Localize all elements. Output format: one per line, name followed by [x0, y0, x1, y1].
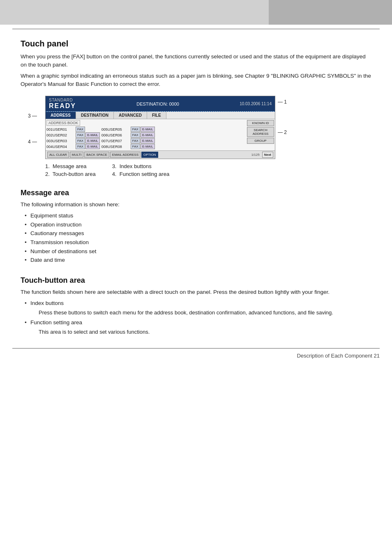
all-clear-button[interactable]: ALL CLEAR: [47, 152, 69, 158]
sub-bullet-function-setting: This area is to select and set various f…: [39, 328, 371, 336]
panel-tabs: ADDRESS DESTINATION ADVANCED FILE: [46, 112, 275, 119]
footer-text: Description of Each Component 21: [297, 353, 380, 359]
user-04-email[interactable]: E-MAIL: [85, 144, 100, 149]
user-08-email[interactable]: E-MAIL: [141, 144, 155, 149]
panel-body: ADDRESS BOOK 001USER01 FAX E-MAIL 002USE…: [46, 119, 275, 150]
touch-panel-heading: Touch panel: [21, 39, 371, 48]
touch-panel-body-1: When you press the [FAX] button on the c…: [21, 53, 371, 69]
bottom-rule: [12, 348, 380, 349]
note-2: 2. Touch-button area: [45, 171, 96, 177]
user-07-email[interactable]: E-MAIL: [141, 138, 155, 143]
tab-address[interactable]: ADDRESS: [46, 112, 76, 119]
address-book-label: ADDRESS BOOK: [46, 120, 80, 126]
back-space-button[interactable]: BACK SPACE: [84, 152, 109, 158]
panel-row-user02: 002USER02 FAX E-MAIL: [46, 132, 100, 138]
note-4: 4. Function setting area: [112, 171, 169, 177]
top-bar-accent: [269, 0, 392, 25]
panel-message-area: STANDARD READY DESTINATION: 0000 10.03.2…: [46, 96, 275, 111]
sub-bullet-index-buttons: Press these buttons to switch each menu …: [39, 309, 371, 317]
user-02-email[interactable]: E-MAIL: [85, 132, 100, 138]
page-number: 1/125: [251, 153, 260, 157]
label-1: — 1: [278, 99, 287, 105]
user-03-name: 003USER03: [46, 139, 75, 143]
tab-destination[interactable]: DESTINATION: [76, 112, 114, 119]
panel-address-book: ADDRESS BOOK 001USER01 FAX E-MAIL 002USE…: [46, 119, 246, 150]
search-address-button[interactable]: SEARCH ADDRESS: [247, 127, 274, 137]
panel-right-sidebar: KNOWN ID SEARCH ADDRESS GROUP: [246, 119, 275, 150]
user-01-fax[interactable]: FAX: [76, 127, 85, 132]
panel-users-right: 005USER05 FAX E-MAIL 006USER06 FAX E-MAI…: [101, 127, 155, 150]
diagram-notes: 1. Message area 2. Touch-button area 3. …: [45, 163, 371, 177]
user-05-fax[interactable]: FAX: [131, 127, 140, 132]
user-04-fax[interactable]: FAX: [76, 144, 85, 149]
user-02-name: 002USER02: [46, 133, 75, 137]
panel-row-user01: 001USER01 FAX E-MAIL: [46, 127, 100, 132]
panel-ready: READY: [49, 102, 76, 110]
top-bar: [0, 0, 392, 25]
user-01-name: 001USER01: [46, 127, 75, 132]
multi-button[interactable]: MULTI: [70, 152, 83, 158]
user-05-name: 005USER05: [101, 127, 130, 132]
panel-status: STANDARD: [49, 98, 76, 102]
panel-row-user08: 008USER08 FAX E-MAIL: [101, 144, 155, 149]
note-1: 1. Message area: [45, 163, 96, 169]
panel-datetime: 10.03.2006 11:14: [240, 102, 272, 106]
email-address-button[interactable]: EMAIL ADDRESS: [110, 152, 141, 158]
panel-diagram: STANDARD READY DESTINATION: 0000 10.03.2…: [45, 96, 275, 159]
panel-users: 001USER01 FAX E-MAIL 002USER02 FAX E-MAI…: [46, 127, 245, 150]
user-03-fax[interactable]: FAX: [76, 138, 85, 143]
bullet-transmission-resolution: Transmission resolution: [25, 238, 371, 247]
touch-button-area-heading: Touch-button area: [21, 276, 371, 285]
note-3: 3. Index buttons: [112, 163, 169, 169]
label-1-num: — 1: [278, 99, 287, 105]
panel-diagram-wrapper: 3 — 4 — — 1 — 2 STANDARD READY DESTINATI…: [45, 96, 275, 159]
diagram-notes-col-left: 1. Message area 2. Touch-button area: [45, 163, 96, 177]
panel-row-user03: 003USER03 FAX E-MAIL: [46, 138, 100, 143]
label-3: 3 —: [28, 113, 37, 119]
user-02-fax[interactable]: FAX: [76, 132, 85, 138]
bullet-cautionary-messages: Cautionary messages: [25, 229, 371, 238]
touch-button-bullets: Index buttons Press these buttons to swi…: [25, 299, 371, 336]
known-id-button[interactable]: KNOWN ID: [247, 120, 274, 126]
option-button[interactable]: OPTION: [141, 152, 158, 158]
tab-file[interactable]: FILE: [147, 112, 166, 119]
user-07-name: 007USER07: [101, 139, 130, 143]
panel-bottom-bar: ALL CLEAR MULTI BACK SPACE EMAIL ADDRESS…: [46, 150, 275, 159]
touch-button-area-body: The function fields shown here are selec…: [21, 288, 371, 296]
message-area-bullets: Equipment status Operation instruction C…: [25, 211, 371, 265]
panel-row-user05: 005USER05 FAX E-MAIL: [101, 127, 155, 132]
panel-destination: DESTINATION: 0000: [136, 102, 179, 106]
bullet-function-setting: Function setting area This area is to se…: [25, 318, 371, 336]
panel-users-left: 001USER01 FAX E-MAIL 002USER02 FAX E-MAI…: [46, 127, 100, 150]
user-06-email[interactable]: E-MAIL: [141, 132, 155, 138]
label-3-num: 3 —: [28, 113, 37, 119]
user-08-name: 008USER08: [101, 145, 130, 149]
group-button[interactable]: GROUP: [247, 138, 274, 144]
panel-row-user04: 004USER04 FAX E-MAIL: [46, 144, 100, 149]
bullet-number-of-destinations: Number of destinations set: [25, 247, 371, 256]
user-08-fax[interactable]: FAX: [131, 144, 140, 149]
label-2-num: — 2: [278, 129, 287, 135]
panel-row-user07: 007USER07 FAX E-MAIL: [101, 138, 155, 143]
bullet-index-buttons: Index buttons Press these buttons to swi…: [25, 299, 371, 316]
bullet-operation-instruction: Operation instruction: [25, 220, 371, 229]
touch-panel-body-2: When a graphic symbol indicating an erro…: [21, 72, 371, 89]
message-area-intro: The following information is shown here:: [21, 201, 371, 209]
label-2: — 2: [278, 129, 287, 135]
user-05-email[interactable]: E-MAIL: [141, 127, 155, 132]
user-07-fax[interactable]: FAX: [131, 138, 140, 143]
footer: Description of Each Component 21: [0, 353, 392, 367]
diagram-notes-col-right: 3. Index buttons 4. Function setting are…: [112, 163, 169, 177]
tab-advanced[interactable]: ADVANCED: [114, 112, 147, 119]
label-4-num: 4 —: [28, 139, 37, 145]
user-06-name: 006USER06: [101, 133, 130, 137]
user-03-email[interactable]: E-MAIL: [85, 138, 100, 143]
label-4: 4 —: [28, 139, 37, 145]
next-button[interactable]: Next: [262, 152, 273, 158]
user-04-name: 004USER04: [46, 145, 75, 149]
bullet-date-time: Date and time: [25, 256, 371, 265]
user-06-fax[interactable]: FAX: [131, 132, 140, 138]
bullet-equipment-status: Equipment status: [25, 211, 371, 220]
message-area-heading: Message area: [21, 189, 371, 197]
panel-row-user06: 006USER06 FAX E-MAIL: [101, 132, 155, 138]
